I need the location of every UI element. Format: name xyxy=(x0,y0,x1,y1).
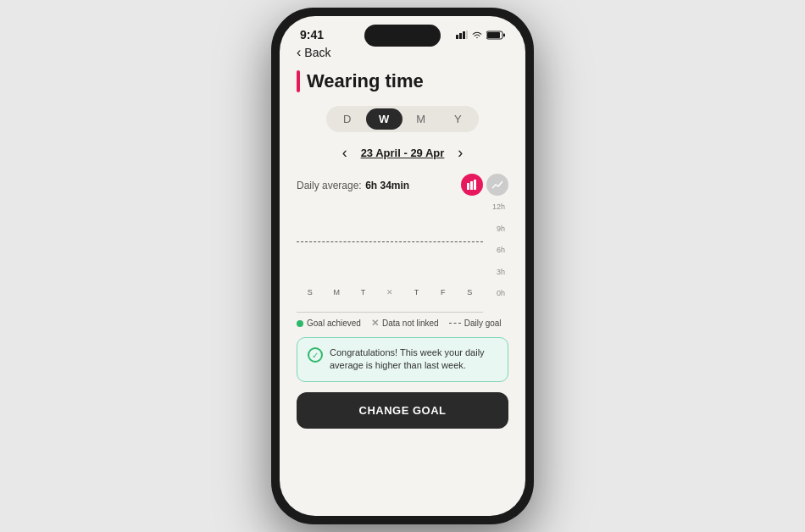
page-title: Wearing time xyxy=(307,70,424,92)
svg-rect-9 xyxy=(474,180,476,190)
chart-container: S M xyxy=(297,202,508,313)
congrats-message: Congratulations! This week your daily av… xyxy=(330,346,497,373)
day-label-s2: S xyxy=(467,288,472,296)
svg-rect-3 xyxy=(466,30,468,39)
svg-rect-8 xyxy=(470,181,473,190)
chart-bars-area: S M xyxy=(297,202,483,313)
daily-avg-value: 6h 34min xyxy=(365,180,409,191)
legend-goal-achieved: Goal achieved xyxy=(297,318,361,329)
period-btn-m[interactable]: M xyxy=(402,108,440,130)
daily-average-row: Daily average: 6h 34min xyxy=(297,174,508,196)
svg-rect-5 xyxy=(487,32,500,38)
legend-data-not-linked-label: Data not linked xyxy=(382,319,439,328)
bar-chart-toggle-button[interactable] xyxy=(461,174,483,196)
back-label: Back xyxy=(304,46,330,59)
legend-daily-goal-label: Daily goal xyxy=(464,319,502,328)
legend-dash-icon xyxy=(449,323,461,324)
period-selector: D W M Y xyxy=(326,106,479,132)
legend-data-not-linked: ✕ Data not linked xyxy=(371,318,439,329)
chart-legend: Goal achieved ✕ Data not linked Daily go… xyxy=(297,318,508,329)
congrats-check-icon: ✓ xyxy=(308,347,323,363)
chart-inner: S M xyxy=(297,202,508,313)
page-title-row: Wearing time xyxy=(297,70,508,92)
chart-toggle-buttons xyxy=(461,174,508,196)
svg-rect-2 xyxy=(463,31,465,39)
period-btn-y[interactable]: Y xyxy=(440,108,477,130)
legend-x-icon: ✕ xyxy=(371,318,379,329)
line-chart-icon xyxy=(492,180,502,190)
daily-avg-label: Daily average: xyxy=(297,180,362,191)
status-time: 9:41 xyxy=(300,28,324,42)
goal-line xyxy=(297,241,483,242)
title-accent-bar xyxy=(297,70,300,92)
day-label-t2: T xyxy=(414,288,419,296)
svg-rect-0 xyxy=(456,35,458,39)
page-content: ‹ Back Wearing time D W M Y ‹ 23 April -… xyxy=(280,45,525,429)
period-btn-d[interactable]: D xyxy=(329,108,366,130)
day-label-t1: T xyxy=(361,288,366,296)
legend-goal-achieved-label: Goal achieved xyxy=(307,319,361,328)
battery-icon xyxy=(486,30,505,40)
legend-daily-goal: Daily goal xyxy=(449,318,502,329)
prev-period-button[interactable]: ‹ xyxy=(342,144,347,162)
svg-rect-7 xyxy=(467,183,469,190)
daily-avg-text: Daily average: 6h 34min xyxy=(297,177,409,192)
bar-chart-icon xyxy=(467,180,477,190)
status-icons xyxy=(456,30,505,40)
back-button[interactable]: ‹ Back xyxy=(297,45,508,60)
day-label-s1: S xyxy=(308,288,313,296)
day-label-f: F xyxy=(441,288,446,296)
y-label-12h: 12h xyxy=(492,202,505,211)
chart-y-axis: 12h 9h 6h 3h 0h xyxy=(483,202,508,313)
line-chart-toggle-button[interactable] xyxy=(486,174,508,196)
day-label-m: M xyxy=(333,288,340,296)
y-label-6h: 6h xyxy=(497,246,505,254)
legend-dot-icon xyxy=(297,320,303,327)
signal-icon xyxy=(456,30,468,39)
next-period-button[interactable]: › xyxy=(458,144,463,162)
date-range-label[interactable]: 23 April - 29 Apr xyxy=(361,147,445,159)
svg-rect-6 xyxy=(503,33,505,36)
phone-frame: 9:41 xyxy=(271,8,534,524)
x-mark-w: ✕ xyxy=(386,288,393,296)
svg-rect-1 xyxy=(459,33,462,39)
dynamic-island xyxy=(364,25,441,47)
wifi-icon xyxy=(471,30,483,39)
y-label-3h: 3h xyxy=(497,268,505,276)
phone-screen: 9:41 xyxy=(280,16,525,516)
y-label-0h: 0h xyxy=(497,289,505,297)
congratulations-box: ✓ Congratulations! This week your daily … xyxy=(297,337,508,382)
period-btn-w[interactable]: W xyxy=(366,108,403,130)
date-navigator: ‹ 23 April - 29 Apr › xyxy=(297,144,508,162)
y-label-9h: 9h xyxy=(497,224,505,233)
change-goal-button[interactable]: CHANGE GOAL xyxy=(297,392,508,429)
back-chevron-icon: ‹ xyxy=(297,45,301,60)
